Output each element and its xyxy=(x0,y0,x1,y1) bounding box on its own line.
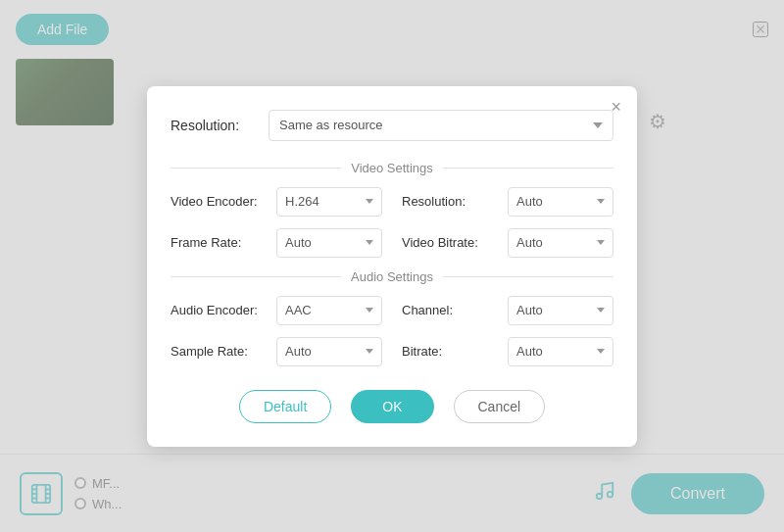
frame-rate-row: Frame Rate: Auto xyxy=(171,228,382,258)
video-encoder-label: Video Encoder: xyxy=(171,194,269,209)
divider-line-left xyxy=(171,168,341,169)
cancel-button[interactable]: Cancel xyxy=(454,390,546,423)
settings-modal: × Resolution: Same as resource Video Set… xyxy=(147,86,637,447)
video-bitrate-row: Video Bitrate: Auto xyxy=(402,228,613,258)
video-settings-title: Video Settings xyxy=(351,161,433,175)
video-bitrate-select[interactable]: Auto xyxy=(508,228,613,258)
resolution-right-row: Resolution: Auto xyxy=(402,187,613,217)
app-background: Add File × AVI ⚙ xyxy=(0,0,784,532)
video-settings-divider: Video Settings xyxy=(171,161,613,175)
video-bitrate-label: Video Bitrate: xyxy=(402,235,500,250)
bitrate-row: Bitrate: Auto xyxy=(402,337,613,366)
video-encoder-select[interactable]: H.264 xyxy=(276,187,382,217)
frame-rate-label: Frame Rate: xyxy=(171,235,269,250)
resolution-top-select[interactable]: Same as resource xyxy=(269,110,613,141)
audio-encoder-select[interactable]: AAC xyxy=(276,296,382,325)
video-encoder-row: Video Encoder: H.264 xyxy=(171,187,382,217)
modal-close-button[interactable]: × xyxy=(611,98,621,116)
audio-encoder-label: Audio Encoder: xyxy=(171,303,269,317)
audio-settings-grid: Audio Encoder: AAC Channel: Auto Sample … xyxy=(171,296,613,366)
sample-rate-label: Sample Rate: xyxy=(171,344,269,359)
audio-settings-divider: Audio Settings xyxy=(171,269,613,284)
audio-divider-right xyxy=(443,276,613,277)
channel-label: Channel: xyxy=(402,303,500,317)
modal-buttons: Default OK Cancel xyxy=(171,390,613,423)
sample-rate-select[interactable]: Auto xyxy=(276,337,382,366)
resolution-right-select[interactable]: Auto xyxy=(508,187,613,217)
resolution-top-row: Resolution: Same as resource xyxy=(171,110,613,141)
channel-select[interactable]: Auto xyxy=(508,296,613,325)
audio-settings-title: Audio Settings xyxy=(351,269,433,284)
resolution-top-label: Resolution: xyxy=(171,118,269,133)
audio-encoder-row: Audio Encoder: AAC xyxy=(171,296,382,325)
video-settings-grid: Video Encoder: H.264 Resolution: Auto Fr… xyxy=(171,187,613,258)
bitrate-label: Bitrate: xyxy=(402,344,500,359)
channel-row: Channel: Auto xyxy=(402,296,613,325)
default-button[interactable]: Default xyxy=(239,390,331,423)
bitrate-select[interactable]: Auto xyxy=(508,337,613,366)
ok-button[interactable]: OK xyxy=(351,390,433,423)
modal-overlay: × Resolution: Same as resource Video Set… xyxy=(0,0,784,532)
frame-rate-select[interactable]: Auto xyxy=(276,228,382,258)
audio-divider-left xyxy=(171,276,341,277)
divider-line-right xyxy=(443,168,613,169)
sample-rate-row: Sample Rate: Auto xyxy=(171,337,382,366)
resolution-right-label: Resolution: xyxy=(402,194,500,209)
